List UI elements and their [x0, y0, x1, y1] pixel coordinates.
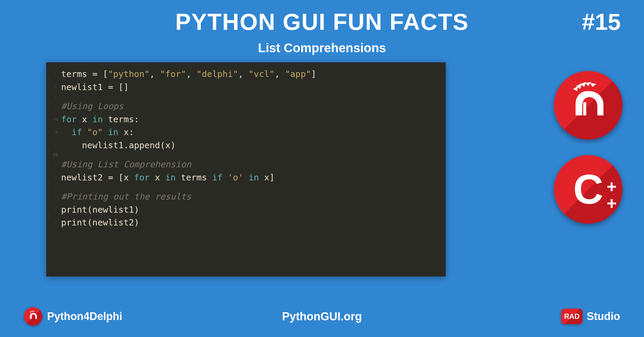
- gutter: ·: [50, 194, 61, 200]
- code-line: ·terms = ["python", "for", "delphi", "vc…: [50, 68, 442, 81]
- fact-number: #15: [582, 8, 621, 35]
- svg-rect-0: [583, 102, 586, 115]
- page-subtitle: List Comprehensions: [0, 41, 644, 55]
- gutter: ·: [50, 84, 61, 90]
- gutter: ·: [50, 219, 61, 226]
- gutter: ·: [50, 207, 61, 213]
- helmet-icon: [27, 310, 39, 323]
- gutter-linenum: 09: [50, 152, 61, 158]
- code-line: ·: [50, 184, 442, 190]
- cpp-letter: C + +: [573, 165, 603, 214]
- code-line: ·⊟ if "o" in x:: [50, 126, 442, 139]
- footer-right: RAD Studio: [561, 309, 620, 324]
- code-line: ·print(newlist2): [50, 216, 442, 229]
- page-title: PYTHON GUI FUN FACTS: [175, 8, 469, 35]
- gutter: ·: [50, 94, 61, 100]
- code-line: ·⊟for x in terms:: [50, 113, 442, 126]
- cpp-logo-icon: C + +: [554, 155, 623, 224]
- plus-icon: +: [606, 181, 617, 193]
- code-line: ·#Using Loops: [50, 100, 442, 113]
- plus-icon: +: [606, 197, 617, 210]
- footer: Python4Delphi PythonGUI.org RAD Studio: [0, 307, 644, 326]
- code-line: ·: [50, 94, 442, 100]
- gutter-fold: ·⊟: [50, 116, 61, 123]
- footer-left: Python4Delphi: [24, 307, 122, 326]
- code-line: · newlist1.append(x): [50, 139, 442, 152]
- code-line: ·#Printing out the results: [50, 190, 442, 203]
- gutter: ·: [50, 184, 61, 190]
- delphi-logo-icon: [554, 71, 623, 140]
- gutter: ·: [50, 161, 61, 168]
- gutter-fold: ·⊟: [50, 129, 61, 135]
- code-line: ·newlist1 = []: [50, 81, 442, 94]
- gutter: ·: [50, 142, 61, 149]
- header: PYTHON GUI FUN FACTS #15 List Comprehens…: [0, 0, 644, 55]
- code-line: ·#Using List Comprehension: [50, 158, 442, 171]
- code-line: ·newlist2 = [x for x in terms if 'o' in …: [50, 171, 442, 184]
- helmet-icon: [563, 80, 614, 131]
- gutter: ·: [50, 103, 61, 109]
- rad-studio-icon: RAD: [561, 309, 583, 324]
- gutter: ·: [50, 174, 61, 181]
- gutter: ·: [50, 71, 61, 77]
- website-url: PythonGUI.org: [282, 310, 362, 323]
- code-editor: ·terms = ["python", "for", "delphi", "vc…: [46, 62, 446, 276]
- rad-studio-label: Studio: [587, 310, 620, 323]
- python4delphi-label: Python4Delphi: [47, 310, 122, 323]
- code-line: ·print(newlist1): [50, 203, 442, 217]
- code-line: 09: [50, 152, 442, 158]
- python4delphi-icon: [24, 307, 42, 326]
